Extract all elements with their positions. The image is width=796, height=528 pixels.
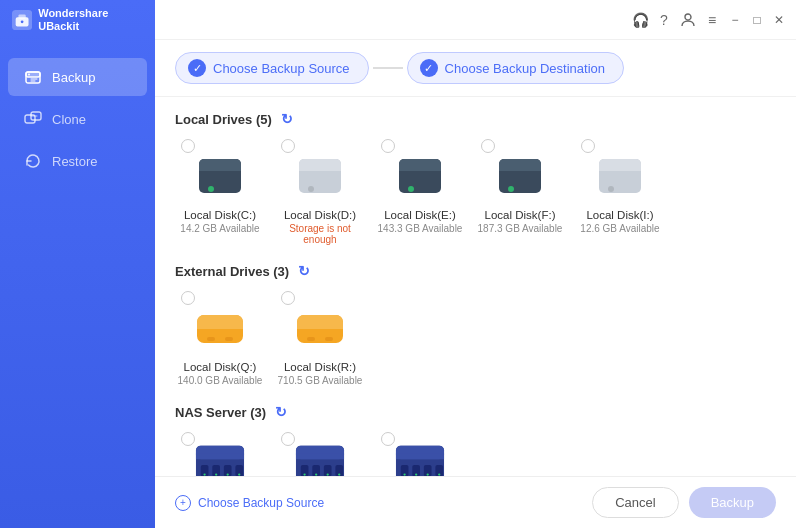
disk-r[interactable]: Local Disk(R:) 710.5 GB Available [275,291,365,386]
disk-r-radio[interactable] [281,291,295,305]
sidebar-item-backup[interactable]: Backup [8,58,147,96]
disk-d-space: Storage is not enough [275,223,365,245]
disk-f-radio[interactable] [481,139,495,153]
sidebar-item-clone[interactable]: Clone [8,100,147,138]
disk-c-space: 14.2 GB Available [180,223,259,234]
svg-rect-12 [199,165,241,171]
svg-point-25 [508,186,514,192]
disk-f-icon [491,145,549,203]
svg-point-21 [408,186,414,192]
disk-q-icon [191,297,249,355]
titlebar: 🎧 ? ≡ − □ ✕ [155,0,796,40]
external-refresh-button[interactable]: ↻ [296,263,312,279]
app-logo: Wondershare UBackit [0,0,155,40]
disk-d-radio[interactable] [281,139,295,153]
svg-point-29 [608,186,614,192]
disk-e-radio[interactable] [381,139,395,153]
step-divider [373,67,403,69]
restore-icon [24,152,42,170]
content-area: Local Drives (5) ↻ Local Disk(C:) 14.2 G… [155,97,796,528]
disk-c-name: Local Disk(C:) [184,209,256,221]
external-drives-title: External Drives (3) [175,264,289,279]
minimize-button[interactable]: − [728,13,742,27]
local-drives-grid: Local Disk(C:) 14.2 GB Available Local D… [175,139,776,245]
disk-i-icon [591,145,649,203]
backup-icon [24,68,42,86]
svg-point-3 [21,20,24,23]
disk-r-name: Local Disk(R:) [284,361,356,373]
external-drives-header: External Drives (3) ↻ [175,263,776,279]
clone-label: Clone [52,112,86,127]
app-name: Wondershare UBackit [38,7,143,33]
disk-c[interactable]: Local Disk(C:) 14.2 GB Available [175,139,265,245]
maximize-button[interactable]: □ [750,13,764,27]
menu-icon[interactable]: ≡ [704,12,720,28]
disk-d-name: Local Disk(D:) [284,209,356,221]
disk-q-radio[interactable] [181,291,195,305]
disk-i-name: Local Disk(I:) [586,209,653,221]
svg-rect-16 [299,165,341,171]
step-destination[interactable]: ✓ Choose Backup Destination [407,52,624,84]
svg-point-9 [685,14,691,20]
choose-source-label: Choose Backup Source [198,496,324,510]
svg-rect-20 [399,165,441,171]
sidebar-nav: Backup Clone Restore [0,58,155,180]
svg-rect-38 [307,337,315,341]
nas-header: NAS Server (3) ↻ [175,404,776,420]
nas-title: NAS Server (3) [175,405,266,420]
disk-i-space: 12.6 GB Available [580,223,659,234]
disk-q[interactable]: Local Disk(Q:) 140.0 GB Available [175,291,265,386]
svg-rect-37 [297,322,343,329]
local-drives-header: Local Drives (5) ↻ [175,111,776,127]
nas-y-radio[interactable] [281,432,295,446]
local-drives-section: Local Drives (5) ↻ Local Disk(C:) 14.2 G… [175,111,776,245]
external-drives-section: External Drives (3) ↻ Local Disk(Q:) 140… [175,263,776,386]
disk-e-space: 143.3 GB Available [378,223,463,234]
disk-i-radio[interactable] [581,139,595,153]
action-buttons: Cancel Backup [592,487,776,518]
disk-c-icon [191,145,249,203]
svg-rect-42 [196,453,244,459]
choose-source-link[interactable]: + Choose Backup Source [175,495,324,511]
svg-rect-39 [325,337,333,341]
disk-i[interactable]: Local Disk(I:) 12.6 GB Available [575,139,665,245]
local-drives-title: Local Drives (5) [175,112,272,127]
svg-rect-28 [599,165,641,171]
disk-f-space: 187.3 GB Available [478,223,563,234]
nas-z-radio[interactable] [381,432,395,446]
disk-q-space: 140.0 GB Available [178,375,263,386]
nas-x-radio[interactable] [181,432,195,446]
svg-rect-64 [396,453,444,459]
step-destination-label: Choose Backup Destination [445,61,605,76]
disk-r-icon [291,297,349,355]
app-logo-icon [12,9,32,31]
disk-e-name: Local Disk(E:) [384,209,456,221]
disk-f[interactable]: Local Disk(F:) 187.3 GB Available [475,139,565,245]
backup-button[interactable]: Backup [689,487,776,518]
question-icon[interactable]: ? [656,12,672,28]
svg-rect-32 [197,322,243,329]
sidebar-item-restore[interactable]: Restore [8,142,147,180]
step-source-check: ✓ [188,59,206,77]
clone-icon [24,110,42,128]
headphone-icon[interactable]: 🎧 [632,12,648,28]
svg-rect-24 [499,165,541,171]
svg-rect-2 [18,14,25,19]
svg-point-17 [308,186,314,192]
disk-e[interactable]: Local Disk(E:) 143.3 GB Available [375,139,465,245]
svg-point-13 [208,186,214,192]
main-panel: 🎧 ? ≡ − □ ✕ ✓ Choose Backup Source ✓ Cho… [155,0,796,528]
local-refresh-button[interactable]: ↻ [279,111,295,127]
step-source[interactable]: ✓ Choose Backup Source [175,52,369,84]
disk-d-icon [291,145,349,203]
disk-r-space: 710.5 GB Available [278,375,363,386]
disk-q-name: Local Disk(Q:) [184,361,257,373]
disk-d[interactable]: Local Disk(D:) Storage is not enough [275,139,365,245]
close-button[interactable]: ✕ [772,13,786,27]
cancel-button[interactable]: Cancel [592,487,678,518]
external-drives-grid: Local Disk(Q:) 140.0 GB Available Local … [175,291,776,386]
disk-c-radio[interactable] [181,139,195,153]
user-icon[interactable] [680,12,696,28]
nas-refresh-button[interactable]: ↻ [273,404,289,420]
steps-header: ✓ Choose Backup Source ✓ Choose Backup D… [155,40,796,97]
